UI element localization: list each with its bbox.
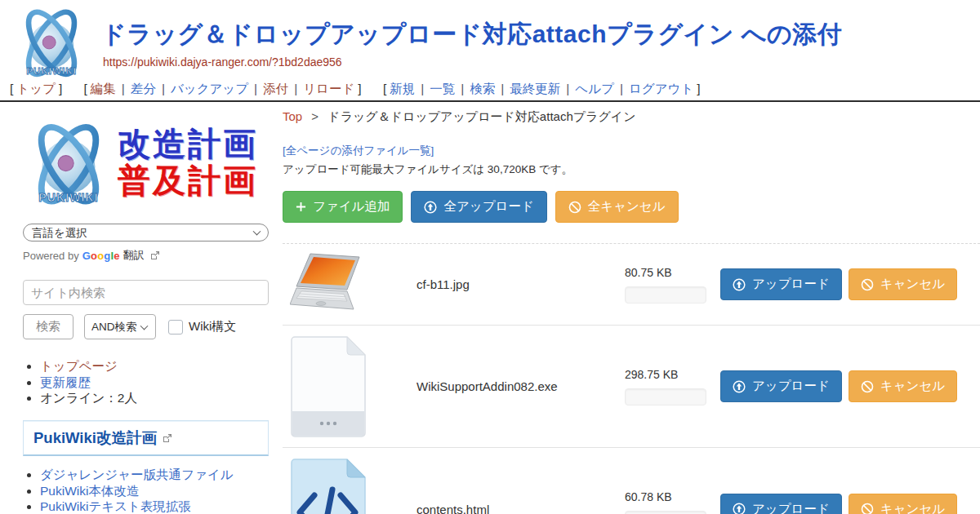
generic-file-icon (290, 336, 367, 437)
list-item: PukiWikiテキスト表現拡張 (40, 500, 269, 514)
list-item: オンライン：2人 (40, 391, 269, 406)
language-select-wrap: 言語を選択 (23, 224, 269, 241)
cancel-button[interactable]: キャンセル (849, 370, 957, 402)
file-thumbnail-cell (283, 336, 372, 437)
pipe: | (501, 82, 504, 95)
upload-toolbar: ファイル追加 全アップロード 全キャンセル (283, 191, 980, 223)
cancel-button[interactable]: キャンセル (849, 268, 957, 300)
all-attachments-link[interactable]: [全ページの添付ファイル一覧] (283, 144, 434, 157)
wiki-syntax-label: Wiki構文 (189, 319, 236, 335)
top-navbar: [トップ] [編集|差分|バックアップ|添付|リロード] [新規|一覧|検索|最… (7, 81, 715, 98)
nav-link-help[interactable]: ヘルプ (575, 82, 614, 95)
sidebar-links-bottom: ダジャレンジャー版共通ファイル PukiWiki本体改造 PukiWikiテキス… (23, 468, 269, 514)
powered-by-label: Powered by (23, 250, 79, 262)
upload-button[interactable]: アップロード (720, 268, 842, 300)
sidebar-link-text-ext[interactable]: PukiWikiテキスト表現拡張 (40, 499, 191, 513)
nav-link-backup[interactable]: バックアップ (171, 82, 248, 95)
nav-link-diff[interactable]: 差分 (131, 82, 156, 95)
list-item: 更新履歴 (40, 375, 269, 391)
ban-circle-icon (861, 380, 874, 393)
nav-link-attach[interactable]: 添付 (263, 82, 288, 95)
translate-link[interactable]: 翻訳 (123, 248, 145, 263)
pipe: | (254, 82, 257, 95)
search-button[interactable]: 検索 (23, 314, 74, 339)
search-mode-select[interactable]: AND検索 (84, 314, 156, 339)
file-name: WikiSupportAddin082.exe (372, 379, 583, 393)
upload-all-button[interactable]: 全アップロード (411, 191, 546, 223)
file-actions: アップロード キャンセル (720, 370, 957, 402)
sidebar-link-update-history[interactable]: 更新履歴 (40, 375, 91, 389)
file-size-cell: 80.75 KB (583, 266, 720, 304)
bracket: [ (383, 82, 386, 95)
file-row: WikiSupportAddin082.exe 298.75 KB アップロード (283, 326, 980, 448)
cancel-button[interactable]: キャンセル (849, 494, 957, 514)
external-link-icon (163, 433, 172, 443)
sidebar: PUKIWIKI 改造計画 普及計画 言語を選択 Powered by Goog… (23, 114, 269, 514)
pukiwiki-logo[interactable]: PUKIWIKI (13, 3, 90, 82)
nav-link-recent[interactable]: 最終更新 (510, 82, 560, 95)
nav-link-reload[interactable]: リロード (303, 82, 354, 95)
nav-link-top[interactable]: トップ (16, 82, 56, 95)
sidebar-link-core-mod[interactable]: PukiWiki本体改造 (40, 484, 139, 498)
atom-icon: PUKIWIKI (13, 3, 90, 80)
ban-circle-icon (861, 503, 874, 514)
html-file-icon (290, 459, 367, 514)
bracket: [ (84, 82, 87, 95)
page-url: https://pukiwiki.dajya-ranger.com/?1bd2d… (103, 55, 342, 69)
file-thumbnail-cell (283, 252, 372, 317)
wiki-syntax-checkbox[interactable] (168, 320, 183, 335)
nav-group-top: [トップ] (7, 82, 65, 95)
file-actions: アップロード キャンセル (720, 268, 957, 300)
logo-line-fukyuu: 普及計画 (118, 162, 258, 199)
pipe: | (566, 82, 569, 95)
nav-link-list[interactable]: 一覧 (430, 82, 455, 95)
language-select[interactable]: 言語を選択 (23, 224, 269, 241)
attach-list-link-row: [全ページの添付ファイル一覧] (283, 144, 980, 158)
nav-link-logout[interactable]: ログアウト (629, 82, 693, 95)
search-controls: 検索 AND検索 Wiki構文 (23, 314, 269, 339)
pipe: | (122, 82, 125, 95)
svg-text:PUKIWIKI: PUKIWIKI (26, 65, 77, 76)
file-size-cell: 298.75 KB (583, 368, 720, 405)
header-divider (0, 100, 980, 102)
upload-circle-icon (733, 503, 746, 514)
nav-link-new[interactable]: 新規 (390, 82, 415, 95)
file-row: cf-b11.jpg 80.75 KB アップロード (283, 244, 980, 326)
upload-button[interactable]: アップロード (720, 370, 842, 402)
bracket: [ (10, 82, 13, 95)
pipe: | (620, 82, 623, 95)
nav-link-edit[interactable]: 編集 (91, 82, 116, 95)
site-search-input[interactable] (23, 280, 269, 305)
sidebar-link-common-files[interactable]: ダジャレンジャー版共通ファイル (40, 467, 234, 481)
sidebar-link-toppage[interactable]: トップページ (40, 359, 118, 373)
breadcrumb: Top > ドラッグ＆ドロップアップロード対応attachプラグイン (283, 109, 980, 125)
ban-circle-icon (568, 201, 581, 214)
list-item: ダジャレンジャー版共通ファイル (40, 468, 269, 482)
pukiwiki-kaizou-link[interactable]: PukiWiki改造計画 (33, 429, 157, 446)
file-size: 60.78 KB (625, 490, 720, 503)
pipe: | (461, 82, 464, 95)
file-name: contents.html (372, 503, 583, 514)
file-actions: アップロード キャンセル (720, 494, 957, 514)
plus-icon (296, 202, 306, 212)
svg-text:PUKIWIKI: PUKIWIKI (38, 191, 99, 204)
ban-circle-icon (861, 278, 874, 291)
and-select-wrap: AND検索 (84, 314, 156, 339)
breadcrumb-top-link[interactable]: Top (283, 109, 302, 123)
list-item: トップページ (40, 359, 269, 374)
powered-by-google: Powered by Google 翻訳 (23, 248, 269, 263)
sidebar-project-box: PukiWiki改造計画 (23, 420, 269, 456)
upload-button[interactable]: アップロード (720, 494, 842, 514)
bracket: ] (59, 82, 62, 95)
file-thumbnail-cell (283, 459, 372, 514)
laptop-photo-thumbnail (290, 252, 368, 317)
cancel-all-button[interactable]: 全キャンセル (555, 191, 679, 223)
file-size-cell: 60.78 KB (583, 490, 720, 514)
file-size: 298.75 KB (625, 368, 720, 381)
main-content: Top > ドラッグ＆ドロップアップロード対応attachプラグイン [全ページ… (283, 109, 980, 514)
breadcrumb-separator: > (311, 109, 318, 123)
sidebar-logo[interactable]: PUKIWIKI 改造計画 普及計画 (23, 114, 269, 210)
pipe: | (162, 82, 165, 95)
add-files-button[interactable]: ファイル追加 (283, 191, 403, 223)
nav-link-search[interactable]: 検索 (470, 82, 495, 95)
